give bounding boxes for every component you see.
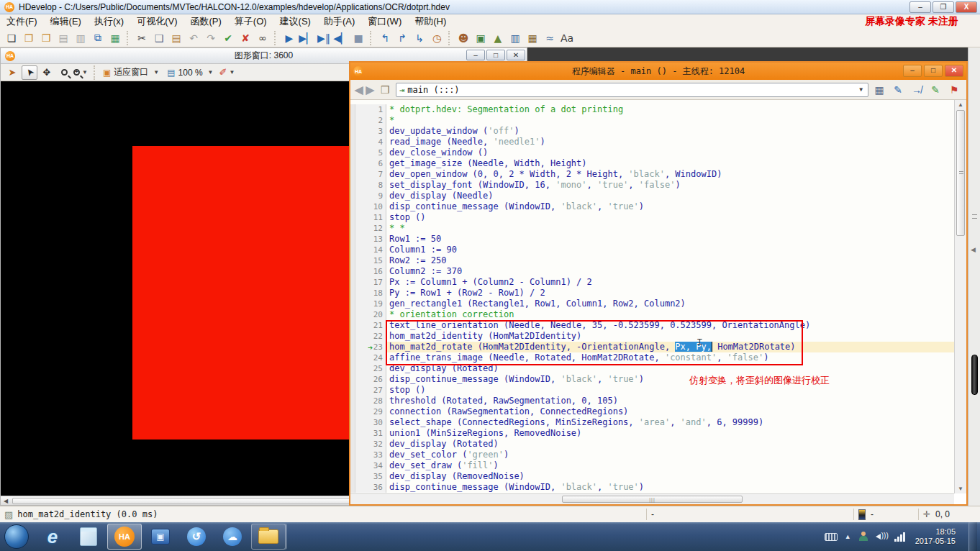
breakpoint-gutter[interactable] [350, 417, 355, 428]
show-desktop-button[interactable] [968, 522, 977, 551]
splitter-grip[interactable] [972, 214, 977, 219]
breakpoint-gutter[interactable] [350, 299, 355, 309]
code-line[interactable]: 20* orientation correction [350, 309, 954, 320]
editor-close-button[interactable]: ✕ [945, 65, 963, 77]
code-line[interactable]: 4read_image (Needle, 'needle1') [350, 137, 954, 147]
pointer-tool-icon[interactable]: ➤ [22, 65, 37, 80]
code-line[interactable]: 9dev_display (Needle) [350, 191, 954, 201]
breakpoint-gutter[interactable] [350, 245, 355, 255]
breakpoint-gutter[interactable] [350, 471, 355, 482]
graphics-hscroll-left-icon[interactable]: ◀ [1, 498, 11, 504]
code-line[interactable]: 33dev_set_color ('green') [350, 450, 954, 460]
code-line[interactable]: 11stop () [350, 212, 954, 223]
code-text[interactable]: connection (RawSegmentation, ConnectedRe… [386, 406, 954, 417]
breakpoint-gutter[interactable] [350, 104, 355, 115]
code-line[interactable]: 35dev_display (RemovedNoise) [350, 471, 954, 482]
breakpoint-gutter[interactable] [350, 147, 355, 158]
menu-suggestions[interactable]: 建议(S) [273, 14, 317, 29]
breakpoint-gutter[interactable] [350, 385, 355, 396]
new-program-icon[interactable]: ❏ [4, 31, 19, 45]
breakpoint-gutter[interactable] [350, 169, 355, 180]
hscroll-thumb[interactable]: ||| [562, 496, 743, 503]
breakpoint-gutter[interactable] [350, 396, 355, 406]
graphics-close-button[interactable]: ✕ [507, 50, 525, 60]
code-line[interactable]: 17Px := Column1 + (Column2 - Column1) / … [350, 277, 954, 288]
code-text[interactable]: dev_open_window (0, 0, 2 * Width, 2 * He… [386, 169, 954, 180]
panel-splitter[interactable]: ◀ [968, 47, 980, 506]
code-line[interactable]: 1* dotprt.hdev: Segmentation of a dot pr… [350, 104, 954, 115]
save-as-icon[interactable]: ▥ [73, 31, 89, 45]
code-line[interactable]: 7dev_open_window (0, 0, 2 * Width, 2 * H… [350, 169, 954, 180]
menu-edit[interactable]: 编辑(E) [44, 14, 88, 29]
draw-color-icon[interactable]: ✐▼ [219, 65, 237, 80]
breakpoint-gutter[interactable] [350, 406, 355, 417]
code-line[interactable]: 24affine_trans_image (Needle, Rotated, H… [350, 352, 954, 363]
copy-icon[interactable]: ❑ [151, 31, 167, 45]
code-text[interactable]: Column2 := 370 [386, 266, 954, 277]
code-editor[interactable]: 1* dotprt.hdev: Segmentation of a dot pr… [350, 100, 954, 493]
breakpoint-gutter[interactable] [350, 277, 355, 288]
code-line[interactable]: 6get_image_size (Needle, Width, Height) [350, 158, 954, 169]
reset-view-icon[interactable]: ➤ [4, 65, 20, 80]
code-text[interactable]: get_image_size (Needle, Width, Height) [386, 158, 954, 169]
code-text[interactable]: dev_update_window ('off') [386, 126, 954, 137]
volume-icon[interactable]: ))) [876, 532, 887, 542]
code-text[interactable]: Row1 := 50 [386, 234, 954, 245]
fit-window-combo[interactable]: ▣ 适应窗口 ▼ [100, 65, 164, 80]
taskbar-browser[interactable]: ☁ [215, 524, 250, 550]
code-text[interactable]: dev_close_window () [386, 147, 954, 158]
goto-entry-icon[interactable]: ↳ [412, 31, 427, 45]
graphics-minimize-button[interactable]: – [466, 50, 485, 60]
cut-icon[interactable]: ✂ [134, 31, 150, 45]
user-agent-tray-icon[interactable] [858, 532, 868, 542]
code-line[interactable]: 26disp_continue_message (WindowID, 'blac… [350, 374, 954, 385]
breakpoint-gutter[interactable] [350, 180, 355, 191]
deactivate-lines-icon[interactable]: ✘ [237, 31, 253, 45]
input-method-icon[interactable] [825, 533, 838, 541]
code-line[interactable]: 19gen_rectangle1 (Rectangle1, Row1, Colu… [350, 299, 954, 309]
taskbar-remote-tool[interactable]: ↺ [179, 524, 214, 550]
menu-assistants[interactable]: 助手(A) [317, 14, 361, 29]
feature-histogram-icon[interactable]: ≈ [542, 31, 558, 45]
paste-icon[interactable]: ▤ [168, 31, 184, 45]
code-text[interactable]: hom_mat2d_rotate (HomMat2DIdentity, -Ori… [386, 342, 954, 352]
code-line[interactable]: 21text_line_orientation (Needle, Needle,… [350, 320, 954, 331]
code-text[interactable]: Row2 := 250 [386, 255, 954, 266]
code-text[interactable]: dev_display (Rotated) [386, 439, 954, 450]
code-line[interactable]: 31union1 (MinSizeRegions, RemovedNoise) [350, 428, 954, 439]
menu-execute[interactable]: 执行(x) [88, 14, 130, 29]
network-signal-icon[interactable] [894, 532, 905, 542]
code-text[interactable]: threshold (Rotated, RawSegmentation, 0, … [386, 396, 954, 406]
procedure-selector-dropdown-icon[interactable]: ▼ [859, 86, 863, 93]
minimize-button[interactable]: – [909, 1, 931, 13]
code-line[interactable]: 30select_shape (ConnectedRegions, MinSiz… [350, 417, 954, 428]
breakpoint-gutter[interactable] [350, 158, 355, 169]
tray-expand-icon[interactable]: ▲ [845, 533, 851, 540]
breakpoint-gutter[interactable] [350, 201, 355, 212]
breakpoint-gutter[interactable] [350, 320, 355, 331]
code-line[interactable]: 29connection (RawSegmentation, Connected… [350, 406, 954, 417]
vscroll-down-icon[interactable]: ▼ [955, 486, 966, 492]
open-program-icon[interactable]: ❐ [21, 31, 37, 45]
screenshot-assistant-icon[interactable]: ▦ [107, 31, 123, 45]
zoom-window-icon[interactable]: ▲ [490, 31, 506, 45]
splitter-collapse-icon[interactable]: ◀ [971, 246, 976, 253]
code-text[interactable]: text_line_orientation (Needle, Needle, 3… [386, 320, 954, 331]
code-text[interactable]: stop () [386, 212, 954, 223]
menu-help[interactable]: 帮助(H) [408, 14, 453, 29]
code-line[interactable]: 27stop () [350, 385, 954, 396]
save-icon[interactable]: ▤ [55, 31, 71, 45]
vscroll-up-icon[interactable]: ▲ [955, 101, 966, 108]
menu-procedures[interactable]: 函数(P) [183, 14, 227, 29]
editor-maximize-button[interactable]: □ [924, 65, 943, 77]
breakpoint-gutter[interactable] [350, 126, 355, 137]
code-line[interactable]: 2* [350, 115, 954, 126]
image-window-icon[interactable]: ▣ [473, 31, 489, 45]
code-text[interactable]: disp_continue_message (WindowID, 'black'… [386, 201, 954, 212]
open-example-icon[interactable]: ❒ [38, 31, 54, 45]
breakpoint-gutter[interactable] [350, 255, 355, 266]
menu-window[interactable]: 窗口(W) [361, 14, 408, 29]
edit-procedure-icon[interactable]: ✎ [890, 84, 906, 96]
nav-back-icon[interactable]: ◀ [355, 83, 363, 96]
code-text[interactable]: read_image (Needle, 'needle1') [386, 137, 954, 147]
